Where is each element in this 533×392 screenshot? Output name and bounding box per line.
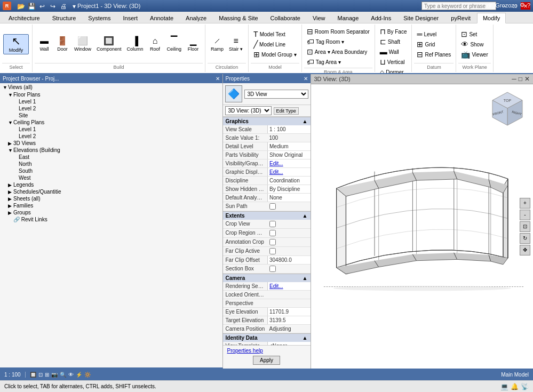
stair-btn[interactable]: ≡ Stair ▾ bbox=[227, 36, 245, 53]
tab-architecture[interactable]: Architecture bbox=[3, 13, 46, 23]
discipline-value[interactable]: Coordination bbox=[267, 177, 311, 185]
view-scale-value[interactable]: 1 : 100 bbox=[267, 125, 311, 133]
tree-item-south[interactable]: South bbox=[0, 167, 222, 174]
tree-item-sheets[interactable]: ▶Sheets (all) bbox=[0, 195, 222, 202]
drawing-area[interactable]: TOP RIGHT FRONT + - ⊡ ↻ ✥ bbox=[311, 84, 534, 369]
tab-collaborate[interactable]: Collaborate bbox=[265, 13, 306, 23]
graphics-section-header[interactable]: Graphics ▲ bbox=[223, 117, 311, 125]
graphic-display-btn[interactable]: Edit... bbox=[267, 168, 311, 176]
tree-item-views[interactable]: ▼Views (all) bbox=[0, 83, 222, 91]
viewport-restore-icon[interactable]: □ bbox=[519, 75, 522, 83]
floor-btn[interactable]: ▁ Floor bbox=[185, 36, 202, 53]
zoom-out-btn[interactable]: - bbox=[520, 210, 530, 220]
tree-item-site-fp[interactable]: Site bbox=[0, 112, 222, 119]
rotate-btn[interactable]: ↻ bbox=[520, 233, 530, 244]
tree-item-west[interactable]: West bbox=[0, 174, 222, 181]
crop-view-checkbox[interactable] bbox=[269, 221, 276, 227]
status-icon-1[interactable]: 🔲 bbox=[30, 372, 36, 378]
model-line-btn[interactable]: ╱ Model Line bbox=[252, 39, 298, 49]
viewport-close-icon[interactable]: ✕ bbox=[524, 75, 530, 83]
tree-item-3d-views[interactable]: ▶3D Views bbox=[0, 140, 222, 147]
visibility-graphic-btn[interactable]: Edit... bbox=[267, 159, 311, 167]
show-hidden-value[interactable]: By Discipline bbox=[267, 185, 311, 193]
tab-massing-site[interactable]: Massing & Site bbox=[213, 13, 264, 23]
extents-section-header[interactable]: Extents ▲ bbox=[223, 211, 311, 220]
tab-site-designer[interactable]: Site Designer bbox=[397, 13, 444, 23]
set-btn[interactable]: ⊡ Set bbox=[459, 29, 489, 39]
qat-open[interactable]: 📂 bbox=[16, 2, 26, 11]
tag-room-btn[interactable]: 🏷 Tag Room ▾ bbox=[305, 37, 371, 46]
close-properties-icon[interactable]: ✕ bbox=[304, 76, 308, 82]
qat-print[interactable]: 🖨 bbox=[59, 2, 68, 11]
tab-pyrevit[interactable]: pyRevit bbox=[445, 13, 476, 23]
taskbar-icon-2[interactable]: 🔔 bbox=[511, 383, 519, 390]
tab-manage[interactable]: Manage bbox=[332, 13, 365, 23]
fit-btn[interactable]: ⊡ bbox=[520, 221, 530, 232]
component-btn[interactable]: 🔲 Component bbox=[94, 36, 124, 53]
target-elevation-value[interactable]: 3139.5 bbox=[267, 316, 311, 324]
taskbar-icon-1[interactable]: 💻 bbox=[500, 383, 508, 390]
close-project-browser-icon[interactable]: ✕ bbox=[216, 76, 220, 82]
crop-region-checkbox[interactable] bbox=[269, 230, 276, 236]
tree-item-ceiling-plans[interactable]: ▼Ceiling Plans bbox=[0, 119, 222, 126]
tree-item-floor-plans[interactable]: ▼Floor Plans bbox=[0, 91, 222, 98]
tree-item-elevations[interactable]: ▼Elevations (Building bbox=[0, 147, 222, 154]
area-btn[interactable]: ⊡ Area ▾ Area Boundary bbox=[305, 47, 371, 57]
grid-btn[interactable]: ⊞ Grid bbox=[415, 39, 452, 49]
tab-structure[interactable]: Structure bbox=[46, 13, 82, 23]
wall-btn[interactable]: ▬ Wall bbox=[36, 36, 53, 53]
column-btn[interactable]: ▐ Column bbox=[125, 36, 146, 53]
quick-access-toolbar[interactable]: 📂 💾 ↩ ↪ 🖨 ▾ bbox=[16, 2, 79, 11]
eye-elevation-value[interactable]: 11701.9 bbox=[267, 308, 311, 316]
tab-insert[interactable]: Insert bbox=[117, 13, 144, 23]
status-icon-5[interactable]: 🔍 bbox=[60, 372, 66, 378]
qat-redo[interactable]: ↪ bbox=[48, 2, 58, 11]
section-box-checkbox[interactable] bbox=[269, 266, 276, 272]
tree-item-schedules[interactable]: ▶Schedules/Quantitie bbox=[0, 188, 222, 195]
pan-btn[interactable]: ✥ bbox=[520, 245, 530, 255]
dormer-btn[interactable]: ⌂ Dormer bbox=[378, 67, 409, 74]
tree-item-east[interactable]: East bbox=[0, 154, 222, 161]
vertical-btn[interactable]: ⊔ Vertical bbox=[378, 57, 409, 67]
user-settings-icon[interactable]: ⚙ bbox=[520, 2, 525, 9]
tree-item-revit-links[interactable]: 🔗 Revit Links bbox=[0, 216, 222, 223]
room-btn[interactable]: ⊟ Room Room Separator bbox=[305, 27, 371, 36]
viewport-minimize-icon[interactable]: ─ bbox=[512, 75, 516, 83]
tab-analyze[interactable]: Analyze bbox=[180, 13, 212, 23]
help-icon[interactable]: ? bbox=[527, 2, 530, 9]
viewport[interactable]: 3D View: (3D) ─ □ ✕ bbox=[311, 74, 534, 369]
apply-btn[interactable]: Apply bbox=[253, 356, 280, 365]
door-btn[interactable]: 🚪 Door bbox=[54, 36, 71, 53]
view-name-select[interactable]: 3D View: (3D) bbox=[225, 106, 272, 115]
tag-area-btn[interactable]: 🏷 Tag Area ▾ bbox=[305, 57, 371, 67]
navcube[interactable]: TOP RIGHT FRONT bbox=[488, 90, 528, 130]
properties-link[interactable]: Properties help bbox=[225, 346, 266, 355]
sun-path-checkbox[interactable] bbox=[269, 203, 276, 210]
wall-opening-btn[interactable]: ▬ Wall bbox=[378, 47, 409, 57]
status-icon-3[interactable]: ⊞ bbox=[45, 372, 49, 378]
identity-data-section-header[interactable]: Identity Data ▲ bbox=[223, 333, 311, 342]
camera-section-header[interactable]: Camera ▲ bbox=[223, 274, 311, 282]
taskbar-icon-3[interactable]: 📡 bbox=[521, 383, 529, 390]
ramp-btn[interactable]: ⟋ Ramp bbox=[209, 36, 226, 53]
level-btn[interactable]: ═ Level bbox=[415, 29, 452, 39]
tab-view[interactable]: View bbox=[307, 13, 331, 23]
tab-systems[interactable]: Systems bbox=[82, 13, 116, 23]
detail-level-value[interactable]: Medium bbox=[267, 142, 311, 150]
shaft-btn[interactable]: ⊏ Shaft bbox=[378, 37, 409, 46]
roof-btn[interactable]: ⌂ Roof bbox=[147, 36, 164, 53]
annotation-crop-checkbox[interactable] bbox=[269, 239, 276, 245]
parts-visibility-value[interactable]: Show Original bbox=[267, 151, 311, 159]
tree-item-families[interactable]: ▶Families bbox=[0, 202, 222, 209]
view-type-select[interactable]: 3D View bbox=[244, 90, 308, 99]
tab-modify[interactable]: Modify bbox=[477, 13, 506, 23]
status-icon-7[interactable]: ⚡ bbox=[76, 372, 82, 378]
window-btn[interactable]: ⬜ Window bbox=[72, 36, 93, 53]
tab-add-ins[interactable]: Add-Ins bbox=[365, 13, 397, 23]
tree-item-level2-fp[interactable]: Level 2 bbox=[0, 105, 222, 112]
zoom-in-btn[interactable]: + bbox=[520, 198, 530, 209]
ref-planes-btn[interactable]: ⊟ Ref Planes bbox=[415, 50, 452, 59]
edit-type-btn[interactable]: Edit Type bbox=[274, 107, 299, 115]
rendering-settings-btn[interactable]: Edit... bbox=[267, 282, 311, 290]
model-group-btn[interactable]: ⊞ Model Group ▾ bbox=[252, 50, 298, 59]
